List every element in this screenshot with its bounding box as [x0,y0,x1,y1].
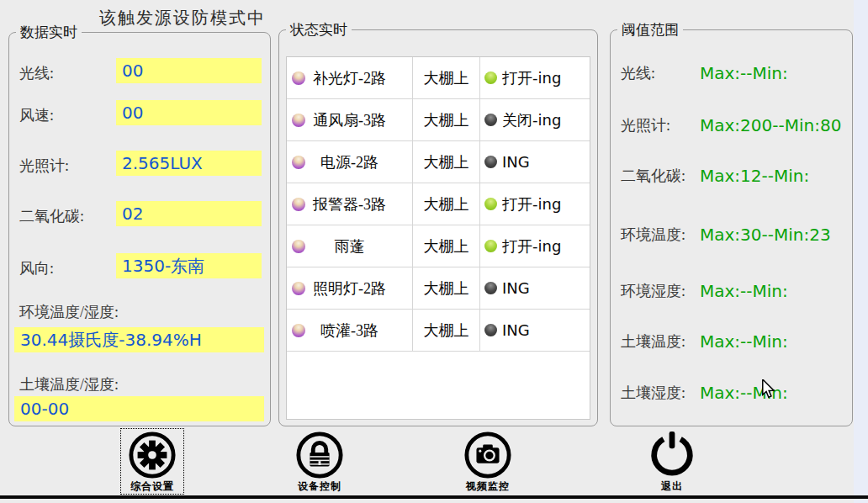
threshold-row: 环境温度:Max:30--Min:23 [621,225,831,246]
device-location-cell: 大棚上 [413,225,480,267]
table-row[interactable]: 通风扇-3路 大棚上 关闭-ing [287,99,590,141]
status-dot-icon [484,240,497,252]
status-text: 打开-ing [502,194,561,214]
device-status-cell: ING [480,310,590,351]
device-name-cell: 照明灯-2路 [287,267,413,309]
threshold-value: Max:30--Min:23 [700,225,831,245]
env-temp-humidity-label: 环境温度/湿度: [19,302,119,322]
lock-icon [295,431,344,479]
threshold-value: Max:--Min: [700,63,788,83]
threshold-value: Max:--Min: [700,281,788,301]
table-row[interactable]: 雨蓬 大棚上 打开-ing [287,225,590,267]
settings-button[interactable]: 综合设置 [120,428,184,495]
device-name-cell: 通风扇-3路 [287,99,413,140]
device-name-cell: 报警器-3路 [287,183,413,225]
table-row[interactable]: 电源-2路 大棚上 ING [287,141,590,183]
device-ball-icon [292,71,305,85]
device-status-cell: 打开-ing [480,183,590,225]
soil-temp-humidity-label: 土壤温度/湿度: [19,374,119,394]
status-dot-icon [484,156,497,168]
device-name-cell: 喷灌-3路 [287,310,413,351]
device-name: 补光灯-2路 [313,68,386,88]
threshold-value: Max:200--Min:80 [700,115,841,135]
realtime-data-panel: 数据实时 光线: 00 风速: 00 光照计: 2.565LUX 二氧化碳: 0… [8,32,271,426]
device-status-cell: ING [480,141,590,183]
status-text: ING [502,321,530,339]
threshold-value: Max:12--Min: [700,166,809,186]
settings-button-label: 综合设置 [121,479,183,494]
device-name: 报警器-3路 [313,194,386,214]
wind-direction-label: 风向: [19,258,54,278]
lux-meter-value-field[interactable]: 2.565LUX [116,151,262,176]
threshold-label: 光照计: [621,115,700,135]
wind-direction-value-field[interactable]: 1350-东南 [116,253,262,278]
threshold-row: 光线:Max:--Min: [621,63,788,85]
device-ball-icon [292,240,305,253]
video-monitor-button[interactable]: 视频监控 [456,428,520,495]
status-dot-icon [484,71,497,84]
device-name-cell: 电源-2路 [287,141,413,183]
status-text: 打开-ing [502,236,561,257]
wind-speed-label: 风速: [19,105,54,125]
exit-button-label: 退出 [641,479,703,494]
threshold-value: Max:--Min: [700,331,788,352]
table-row[interactable]: 补光灯-2路 大棚上 打开-ing [287,57,590,99]
threshold-label: 土壤湿度: [621,383,700,403]
co2-value-field[interactable]: 02 [116,201,262,226]
status-dot-icon [484,282,497,294]
bottom-divider [0,495,868,499]
status-text: ING [502,153,530,171]
wind-speed-value-field[interactable]: 00 [116,100,262,125]
power-icon [648,431,696,479]
arming-mode-banner: 该触发源设防模式中 [99,7,266,29]
device-name: 电源-2路 [320,152,378,172]
realtime-status-panel: 状态实时 补光灯-2路 大棚上 打开-ing 通风扇-3路 大棚上 关闭-ing [278,29,598,426]
device-location-cell: 大棚上 [413,310,480,351]
status-text: ING [502,279,530,297]
table-row[interactable]: 报警器-3路 大棚上 打开-ing [287,183,590,225]
device-location-cell: 大棚上 [413,99,480,140]
device-name: 喷灌-3路 [320,320,378,341]
device-name: 雨蓬 [335,236,365,257]
threshold-row: 环境湿度:Max:--Min: [621,281,788,303]
device-location-cell: 大棚上 [413,141,480,183]
device-status-cell: 打开-ing [480,57,590,98]
light-label: 光线: [19,63,54,83]
device-ball-icon [292,156,305,169]
lux-meter-label: 光照计: [19,156,69,176]
mouse-cursor [761,379,778,399]
co2-label: 二氧化碳: [19,206,84,226]
device-status-cell: ING [480,267,590,309]
realtime-data-panel-title: 数据实时 [16,23,82,42]
status-text: 关闭-ing [502,110,561,130]
threshold-label: 二氧化碳: [621,166,700,186]
threshold-label: 土壤温度: [621,331,700,352]
status-dot-icon [484,198,497,210]
env-temp-humidity-value-field[interactable]: 30.44摄氏度-38.94%H [14,327,264,352]
realtime-status-panel-title: 状态实时 [286,20,352,40]
threshold-label: 光线: [621,63,700,83]
status-dot-icon [484,324,497,336]
soil-temp-humidity-value-field[interactable]: 00-00 [14,396,264,421]
device-ball-icon [292,114,305,127]
threshold-row: 光照计:Max:200--Min:80 [621,115,841,137]
status-dot-icon [484,114,497,126]
threshold-row: 土壤温度:Max:--Min: [621,331,788,353]
device-control-button[interactable]: 设备控制 [288,428,352,495]
device-ball-icon [292,198,305,211]
threshold-row: 二氧化碳:Max:12--Min: [621,166,809,188]
table-row[interactable]: 喷灌-3路 大棚上 ING [287,310,590,352]
table-row[interactable]: 照明灯-2路 大棚上 ING [287,267,590,310]
exit-button[interactable]: 退出 [640,428,704,495]
device-location-cell: 大棚上 [413,57,480,98]
device-name-cell: 雨蓬 [287,225,413,267]
device-control-button-label: 设备控制 [288,479,351,494]
camera-icon [463,431,512,479]
device-name: 通风扇-3路 [313,110,386,130]
light-value-field[interactable]: 00 [116,58,262,83]
device-name-cell: 补光灯-2路 [287,57,413,98]
device-ball-icon [292,282,305,295]
device-status-cell: 关闭-ing [480,99,590,140]
threshold-label: 环境湿度: [621,281,700,301]
gear-icon [128,431,177,479]
